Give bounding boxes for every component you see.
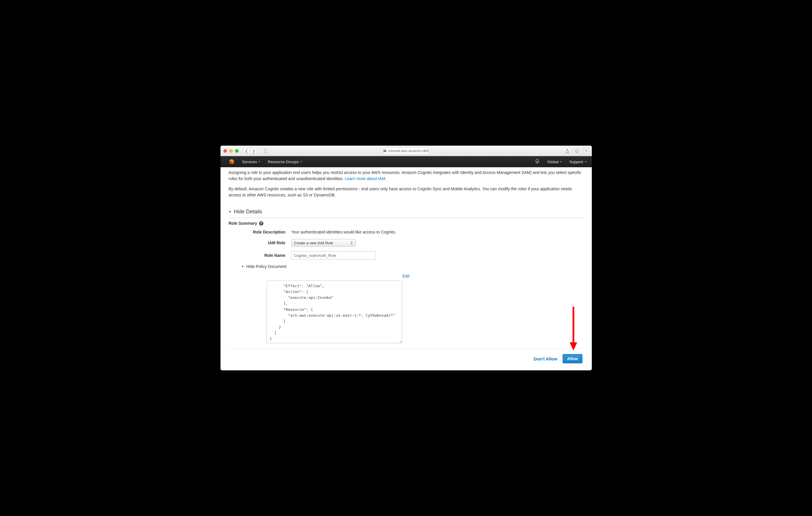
region-menu[interactable]: Global ▾	[547, 160, 562, 164]
select-arrows-icon: ▲▼	[351, 241, 353, 245]
role-name-input[interactable]	[291, 251, 376, 260]
url-bar[interactable]: console.aws.amazon.com ↻	[383, 147, 429, 154]
label-iam-role: IAM Role	[229, 241, 291, 245]
chevron-down-icon: ▾	[300, 160, 302, 163]
support-label: Support	[569, 160, 583, 164]
notifications-button[interactable]	[535, 159, 540, 165]
hide-policy-label: Hide Policy Document	[246, 264, 286, 269]
bell-icon	[535, 159, 540, 165]
learn-iam-link[interactable]: Learn more about IAM.	[345, 176, 386, 181]
intro-paragraph-2: By default, Amazon Cognito creates a new…	[229, 186, 584, 198]
iam-role-select[interactable]: Create a new IAM Role ▲▼	[291, 239, 355, 247]
close-icon[interactable]	[224, 149, 227, 153]
chevron-down-icon: ▾	[585, 160, 586, 163]
url-text: console.aws.amazon.com	[388, 149, 429, 153]
aws-top-nav: Services ▾ Resource Groups ▾ Global ▾ Su…	[221, 156, 592, 167]
new-tab-button[interactable]: +	[583, 148, 589, 154]
dont-allow-button[interactable]: Don't Allow	[534, 356, 557, 361]
browser-window: ❮ ❯ console.aws.amazon.com ↻	[221, 146, 592, 370]
allow-button[interactable]: Allow	[562, 354, 582, 363]
iam-role-selected: Create a new IAM Role	[294, 241, 333, 245]
chevron-down-icon: ▾	[560, 160, 562, 163]
help-icon[interactable]: ?	[259, 221, 263, 226]
row-role-description: Role Description Your authenticated iden…	[229, 230, 584, 234]
services-menu[interactable]: Services ▾	[242, 160, 260, 164]
sidebar-toggle[interactable]	[262, 148, 270, 154]
minimize-icon[interactable]	[229, 149, 233, 153]
window-controls	[224, 149, 239, 153]
svg-rect-3	[576, 149, 579, 152]
policy-document-textarea[interactable]: "Effect": "Allow", "Action": [ "execute-…	[267, 280, 402, 343]
resource-groups-label: Resource Groups	[268, 160, 299, 164]
sidebar-icon	[264, 149, 268, 153]
hide-details-label: Hide Details	[234, 209, 262, 215]
label-role-name: Role Name	[229, 253, 291, 258]
intro-text-1: Assigning a role to your application end…	[229, 170, 582, 181]
edit-row: Edit	[229, 273, 584, 279]
back-button[interactable]: ❮	[243, 148, 250, 154]
tabs-button[interactable]	[573, 148, 581, 154]
intro-paragraph-1: Assigning a role to your application end…	[229, 169, 584, 182]
row-role-name: Role Name	[229, 251, 584, 260]
lock-icon	[383, 148, 386, 153]
services-label: Services	[242, 160, 257, 164]
row-iam-role: IAM Role Create a new IAM Role ▲▼	[229, 239, 584, 247]
hide-details-toggle[interactable]: ▼ Hide Details	[229, 209, 584, 215]
role-summary-label: Role Summary	[229, 221, 257, 226]
triangle-down-icon: ▼	[241, 265, 244, 268]
triangle-down-icon: ▼	[229, 210, 232, 213]
cube-icon	[229, 159, 234, 165]
nav-buttons: ❮ ❯	[243, 148, 258, 154]
aws-logo[interactable]	[229, 159, 234, 165]
value-role-description: Your authenticated identities would like…	[291, 230, 396, 234]
svg-rect-0	[264, 149, 268, 152]
label-role-description: Role Description	[229, 230, 291, 234]
page-content: Assigning a role to your application end…	[221, 167, 592, 370]
role-summary-heading: Role Summary ?	[229, 221, 584, 226]
hide-policy-toggle[interactable]: ▼ Hide Policy Document	[241, 264, 584, 269]
divider	[229, 218, 584, 218]
share-button[interactable]	[563, 148, 571, 154]
zoom-icon[interactable]	[235, 149, 239, 153]
support-menu[interactable]: Support ▾	[569, 160, 586, 164]
region-label: Global	[547, 160, 558, 164]
forward-button[interactable]: ❯	[250, 148, 258, 154]
titlebar: ❮ ❯ console.aws.amazon.com ↻	[221, 146, 592, 156]
share-icon	[566, 149, 569, 153]
reload-icon[interactable]: ↻	[424, 149, 426, 153]
chevron-down-icon: ▾	[259, 160, 260, 163]
resource-groups-menu[interactable]: Resource Groups ▾	[268, 160, 302, 164]
footer-actions: Don't Allow Allow	[229, 354, 584, 363]
tabs-icon	[575, 149, 579, 153]
edit-link[interactable]: Edit	[403, 274, 409, 278]
